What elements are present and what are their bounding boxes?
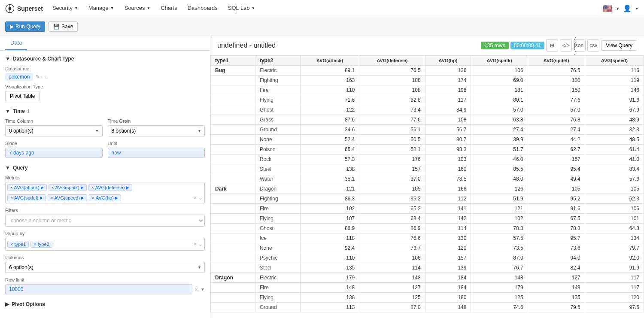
speed-cell: 48.9 — [585, 115, 644, 125]
metric-tag-attack[interactable]: × AVG(attack) ▶ — [7, 184, 47, 191]
metric-tag-spatk[interactable]: × AVG(spatk) ▶ — [49, 184, 87, 191]
spatk-cell: 87.0 — [471, 253, 528, 263]
speed-cell: 79.7 — [585, 243, 644, 253]
edit-icon[interactable]: ✎ — [36, 74, 40, 80]
datasource-section-header[interactable]: ▼ Datasource & Chart Type — [5, 56, 205, 62]
tab-data[interactable]: Data — [5, 36, 27, 50]
query-section-header[interactable]: ▼ Query — [5, 165, 205, 171]
spdef-cell: 76.5 — [528, 66, 585, 76]
defense-cell: 77.6 — [359, 115, 425, 125]
pivot-options-section: ▶ Pivot Options — [5, 301, 205, 307]
logo[interactable]: Superset — [5, 4, 43, 13]
table-row: BugElectric89.176.513610676.5116 — [211, 66, 644, 76]
time-section-header[interactable]: ▼ Time ℹ — [5, 108, 205, 114]
run-query-button[interactable]: ▶ Run Query — [5, 21, 45, 32]
nav-charts[interactable]: Charts — [156, 0, 181, 17]
row-limit-label: Row limit — [5, 277, 205, 282]
attack-cell: 57.3 — [301, 154, 359, 164]
time-grain-select[interactable]: 8 option(s) — [108, 125, 205, 136]
chevron-down-icon: ▼ — [252, 6, 255, 10]
chevron-right-icon[interactable]: ▶ — [41, 185, 44, 190]
type1-cell — [211, 154, 255, 164]
chevron-down-icon[interactable]: ▼ — [616, 6, 620, 11]
expand-icon[interactable]: ⌄ — [198, 241, 203, 247]
filter-icon[interactable]: ⊞ — [546, 39, 558, 51]
remove-icon[interactable]: × — [92, 196, 94, 200]
until-input[interactable] — [108, 148, 205, 158]
defense-cell: 76.5 — [359, 66, 425, 76]
table-row: Ground34.656.156.727.427.432.3 — [211, 125, 644, 135]
plus-icon[interactable]: ＋ — [43, 73, 48, 81]
remove-icon[interactable]: × — [10, 196, 13, 200]
panel-body: ▼ Datasource & Chart Type Datasource pok… — [0, 51, 210, 318]
chevron-right-icon[interactable]: ▶ — [81, 196, 84, 200]
type2-cell: Psychic — [255, 253, 300, 263]
chevron-right-icon[interactable]: ▶ — [40, 196, 43, 200]
metric-tag-speed[interactable]: × AVG(speed) ▶ — [48, 194, 88, 201]
viz-type-button[interactable]: Pivot Table — [5, 91, 39, 101]
nav-sources[interactable]: Sources ▼ — [120, 0, 155, 17]
spatk-cell: 39.9 — [471, 135, 528, 145]
type2-cell: Electric — [255, 66, 300, 76]
group-tag-type1[interactable]: × type1 — [7, 241, 29, 248]
type2-cell: None — [255, 135, 300, 145]
remove-all-icon[interactable]: × — [194, 195, 197, 201]
columns-select[interactable]: 6 option(s) — [5, 262, 205, 273]
flag-icon[interactable]: 🇺🇸 — [603, 4, 612, 13]
hp-cell: 148 — [425, 303, 471, 312]
spdef-cell: 157 — [528, 154, 585, 164]
clear-icon[interactable]: × — [195, 286, 198, 292]
json-icon[interactable]: { json } — [574, 39, 586, 51]
time-badge: 00:00:00.41 — [510, 42, 544, 49]
nav-security[interactable]: Security ▼ — [48, 0, 82, 17]
view-query-button[interactable]: View Query — [601, 40, 637, 51]
remove-icon[interactable]: × — [10, 242, 13, 247]
attack-cell: 122 — [301, 105, 359, 115]
time-column-select[interactable]: 0 option(s) — [5, 125, 103, 136]
save-icon: 💾 — [53, 24, 60, 30]
code-icon[interactable]: </> — [560, 39, 572, 51]
remove-icon[interactable]: × — [33, 242, 36, 247]
csv-icon[interactable]: csv — [587, 39, 599, 51]
metric-tag-hp[interactable]: × AVG(hp) ▶ — [89, 194, 121, 201]
type1-cell — [211, 135, 255, 145]
speed-cell: 57.6 — [585, 174, 644, 184]
nav-sqllab[interactable]: SQL Lab ▼ — [224, 0, 260, 17]
remove-all-icon[interactable]: × — [194, 241, 197, 247]
save-button[interactable]: 💾 Save — [49, 21, 78, 32]
remove-icon[interactable]: × — [91, 185, 94, 190]
remove-icon[interactable]: × — [10, 185, 13, 190]
nav-manage[interactable]: Manage ▼ — [84, 0, 118, 17]
since-input[interactable] — [5, 148, 103, 158]
filters-select[interactable]: choose a column or metric — [5, 215, 205, 227]
hp-cell: 80.7 — [425, 135, 471, 145]
hp-cell: 112 — [425, 194, 471, 204]
table-row: Steel13511413976.782.491.9 — [211, 263, 644, 273]
type2-cell: Electric — [255, 273, 300, 283]
user-icon[interactable]: 👤 — [623, 4, 632, 12]
attack-cell: 89.1 — [301, 66, 359, 76]
remove-icon[interactable]: × — [51, 196, 53, 200]
chevron-right-icon[interactable]: ▶ — [115, 196, 118, 200]
chevron-right-icon[interactable]: ▶ — [126, 185, 129, 190]
chevron-down-icon[interactable]: ▼ — [635, 6, 639, 11]
chevron-right-icon[interactable]: ▶ — [81, 185, 84, 190]
chevron-down-icon[interactable]: ▼ — [200, 287, 205, 292]
table-row: Poison65.458.198.351.762.761.4 — [211, 145, 644, 154]
row-limit-input[interactable] — [5, 284, 192, 294]
remove-icon[interactable]: × — [52, 185, 54, 190]
hp-cell: 184 — [425, 283, 471, 293]
nav-dashboards[interactable]: Dashboards — [183, 0, 222, 17]
attack-cell: 118 — [301, 233, 359, 243]
chevron-down-icon: ▼ — [110, 6, 114, 10]
pivot-options-header[interactable]: ▶ Pivot Options — [5, 301, 205, 307]
data-header-controls: 135 rows 00:00:00.41 ⊞ </> { json } csv … — [481, 39, 637, 51]
datasource-value: pokemon — [9, 74, 30, 80]
attack-cell: 52.4 — [301, 135, 359, 145]
spdef-cell: 78.3 — [528, 224, 585, 233]
metric-tag-spdef[interactable]: × AVG(spdef) ▶ — [7, 194, 46, 201]
metric-tag-defense[interactable]: × AVG(defense) ▶ — [88, 184, 132, 191]
group-tag-type2[interactable]: × type2 — [30, 241, 52, 248]
expand-icon[interactable]: ⌄ — [198, 195, 203, 201]
chevron-down-icon: ▼ — [146, 6, 150, 10]
